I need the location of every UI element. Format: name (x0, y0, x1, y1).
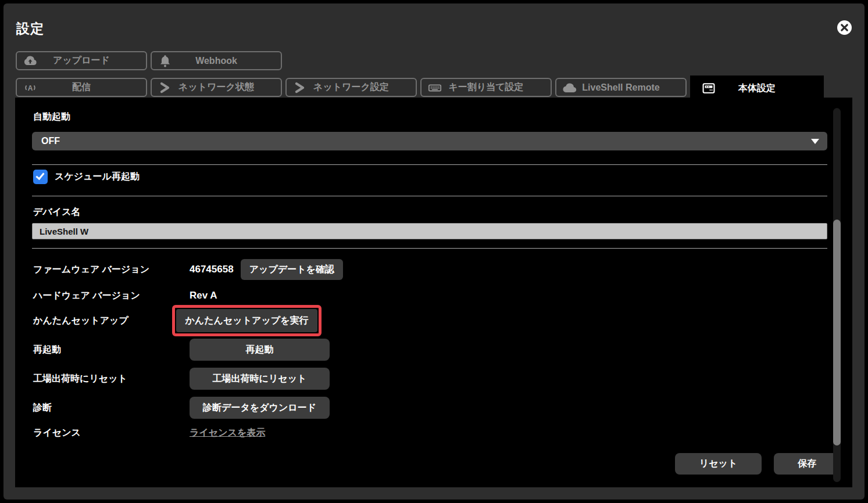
auto-start-select[interactable]: OFF (32, 132, 827, 150)
show-license-link[interactable]: ライセンスを表示 (190, 427, 265, 439)
bell-icon (158, 54, 172, 68)
tab-label: LiveShell Remote (582, 82, 659, 93)
cloud-upload-icon (23, 54, 37, 68)
factory-reset-row: 工場出荷時にリセット 工場出荷時にリセット (33, 368, 817, 390)
settings-dialog: 設定 アップロード Webhook A (3, 3, 865, 500)
restart-button[interactable]: 再起動 (190, 339, 330, 361)
reset-button[interactable]: リセット (675, 453, 762, 475)
page-title: 設定 (16, 20, 44, 38)
schedule-restart-checkbox[interactable] (33, 170, 48, 184)
cloud-icon (563, 81, 577, 95)
tab-label: キー割り当て設定 (448, 81, 523, 94)
restart-row: 再起動 再起動 (33, 339, 817, 361)
auto-start-value: OFF (41, 136, 60, 146)
scrollbar[interactable] (833, 108, 841, 482)
divider (32, 248, 827, 249)
check-update-button[interactable]: アップデートを確認 (241, 259, 343, 280)
divider (32, 196, 827, 196)
tab-label: 配信 (72, 81, 91, 94)
tab-network-settings[interactable]: ネットワーク設定 (285, 78, 417, 97)
share-icon (158, 81, 172, 95)
restart-label: 再起動 (33, 344, 190, 356)
device-settings-panel: 自動起動 OFF スケジュール再起動 デバイス名 ファームウェア バージョン 4… (15, 98, 852, 487)
hardware-label: ハードウェア バージョン (33, 290, 190, 302)
factory-reset-button[interactable]: 工場出荷時にリセット (190, 368, 330, 390)
share-icon (293, 81, 307, 95)
dropdown-arrow-icon (811, 139, 819, 144)
factory-reset-label: 工場出荷時にリセット (33, 373, 190, 385)
license-label: ライセンス (33, 427, 190, 439)
device-name-input[interactable] (32, 223, 827, 239)
tab-label: 本体設定 (738, 82, 776, 95)
firmware-version: 46745658 (190, 264, 234, 275)
easy-setup-label: かんたんセットアップ (33, 315, 172, 327)
diagnostics-label: 診断 (33, 402, 190, 414)
hardware-version: Rev A (190, 290, 217, 301)
keyboard-icon (428, 81, 442, 95)
license-row: ライセンス ライセンスを表示 (33, 426, 817, 439)
firmware-label: ファームウェア バージョン (33, 264, 190, 276)
highlight-annotation: かんたんセットアップを実行 (172, 305, 322, 336)
tab-upload[interactable]: アップロード (16, 51, 147, 70)
checkmark-icon (35, 171, 44, 180)
tab-broadcast[interactable]: A 配信 (16, 78, 147, 97)
tab-row-1: アップロード Webhook (16, 51, 282, 70)
svg-text:A: A (28, 84, 33, 92)
hardware-row: ハードウェア バージョン Rev A (33, 285, 817, 306)
device-name-label: デバイス名 (33, 206, 81, 218)
firmware-row: ファームウェア バージョン 46745658 アップデートを確認 (33, 259, 817, 280)
schedule-restart-label: スケジュール再起動 (55, 171, 140, 183)
tab-network-status[interactable]: ネットワーク状態 (151, 78, 282, 97)
save-button[interactable]: 保存 (774, 453, 840, 475)
tab-webhook[interactable]: Webhook (151, 51, 282, 70)
tab-label: アップロード (53, 55, 110, 67)
tab-liveshell-remote[interactable]: LiveShell Remote (555, 78, 687, 97)
tab-label: ネットワーク設定 (313, 81, 389, 94)
device-icon (702, 81, 716, 95)
divider (32, 164, 827, 165)
close-button[interactable] (837, 20, 852, 35)
easy-setup-row: かんたんセットアップ かんたんセットアップを実行 (33, 306, 817, 336)
close-icon (837, 20, 852, 35)
tab-label: ネットワーク状態 (178, 81, 254, 94)
download-diagnostics-button[interactable]: 診断データをダウンロード (190, 397, 330, 419)
auto-start-label: 自動起動 (33, 111, 70, 123)
diagnostics-row: 診断 診断データをダウンロード (33, 397, 817, 419)
scrollbar-thumb[interactable] (833, 220, 841, 445)
tab-label: Webhook (195, 56, 237, 66)
tab-key-assign[interactable]: キー割り当て設定 (420, 78, 552, 97)
run-easy-setup-button[interactable]: かんたんセットアップを実行 (176, 309, 317, 332)
schedule-restart-row: スケジュール再起動 (33, 170, 140, 184)
antenna-icon: A (23, 81, 37, 95)
